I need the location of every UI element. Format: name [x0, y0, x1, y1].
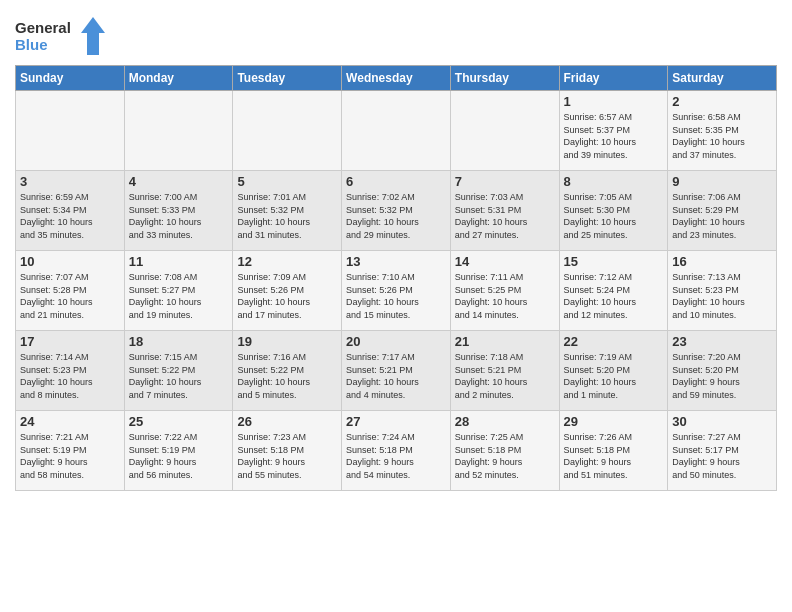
day-info: Sunrise: 7:27 AM Sunset: 5:17 PM Dayligh… [672, 431, 772, 481]
day-info: Sunrise: 7:13 AM Sunset: 5:23 PM Dayligh… [672, 271, 772, 321]
day-number: 19 [237, 334, 337, 349]
weekday-header: Wednesday [342, 66, 451, 91]
day-info: Sunrise: 7:25 AM Sunset: 5:18 PM Dayligh… [455, 431, 555, 481]
calendar-day-cell [233, 91, 342, 171]
calendar-day-cell: 11Sunrise: 7:08 AM Sunset: 5:27 PM Dayli… [124, 251, 233, 331]
day-info: Sunrise: 7:02 AM Sunset: 5:32 PM Dayligh… [346, 191, 446, 241]
calendar-day-cell: 3Sunrise: 6:59 AM Sunset: 5:34 PM Daylig… [16, 171, 125, 251]
day-number: 11 [129, 254, 229, 269]
calendar-day-cell: 16Sunrise: 7:13 AM Sunset: 5:23 PM Dayli… [668, 251, 777, 331]
day-info: Sunrise: 6:57 AM Sunset: 5:37 PM Dayligh… [564, 111, 664, 161]
calendar-day-cell: 18Sunrise: 7:15 AM Sunset: 5:22 PM Dayli… [124, 331, 233, 411]
calendar-day-cell: 20Sunrise: 7:17 AM Sunset: 5:21 PM Dayli… [342, 331, 451, 411]
calendar-day-cell: 24Sunrise: 7:21 AM Sunset: 5:19 PM Dayli… [16, 411, 125, 491]
day-info: Sunrise: 7:26 AM Sunset: 5:18 PM Dayligh… [564, 431, 664, 481]
day-number: 26 [237, 414, 337, 429]
day-number: 4 [129, 174, 229, 189]
calendar-day-cell: 17Sunrise: 7:14 AM Sunset: 5:23 PM Dayli… [16, 331, 125, 411]
day-info: Sunrise: 7:18 AM Sunset: 5:21 PM Dayligh… [455, 351, 555, 401]
day-info: Sunrise: 7:21 AM Sunset: 5:19 PM Dayligh… [20, 431, 120, 481]
day-info: Sunrise: 7:06 AM Sunset: 5:29 PM Dayligh… [672, 191, 772, 241]
day-info: Sunrise: 7:10 AM Sunset: 5:26 PM Dayligh… [346, 271, 446, 321]
calendar-day-cell: 9Sunrise: 7:06 AM Sunset: 5:29 PM Daylig… [668, 171, 777, 251]
calendar-day-cell: 5Sunrise: 7:01 AM Sunset: 5:32 PM Daylig… [233, 171, 342, 251]
calendar-table: SundayMondayTuesdayWednesdayThursdayFrid… [15, 65, 777, 491]
calendar-day-cell [342, 91, 451, 171]
calendar-day-cell: 2Sunrise: 6:58 AM Sunset: 5:35 PM Daylig… [668, 91, 777, 171]
day-number: 16 [672, 254, 772, 269]
day-number: 15 [564, 254, 664, 269]
day-number: 20 [346, 334, 446, 349]
calendar-week-row: 1Sunrise: 6:57 AM Sunset: 5:37 PM Daylig… [16, 91, 777, 171]
svg-text:General: General [15, 19, 71, 36]
day-number: 18 [129, 334, 229, 349]
day-info: Sunrise: 7:23 AM Sunset: 5:18 PM Dayligh… [237, 431, 337, 481]
weekday-header: Thursday [450, 66, 559, 91]
day-number: 1 [564, 94, 664, 109]
calendar-day-cell: 19Sunrise: 7:16 AM Sunset: 5:22 PM Dayli… [233, 331, 342, 411]
calendar-day-cell: 8Sunrise: 7:05 AM Sunset: 5:30 PM Daylig… [559, 171, 668, 251]
day-info: Sunrise: 7:19 AM Sunset: 5:20 PM Dayligh… [564, 351, 664, 401]
calendar-day-cell [124, 91, 233, 171]
day-number: 10 [20, 254, 120, 269]
day-info: Sunrise: 7:20 AM Sunset: 5:20 PM Dayligh… [672, 351, 772, 401]
day-number: 5 [237, 174, 337, 189]
day-info: Sunrise: 7:03 AM Sunset: 5:31 PM Dayligh… [455, 191, 555, 241]
day-info: Sunrise: 7:14 AM Sunset: 5:23 PM Dayligh… [20, 351, 120, 401]
day-info: Sunrise: 7:15 AM Sunset: 5:22 PM Dayligh… [129, 351, 229, 401]
calendar-day-cell: 30Sunrise: 7:27 AM Sunset: 5:17 PM Dayli… [668, 411, 777, 491]
calendar-day-cell: 23Sunrise: 7:20 AM Sunset: 5:20 PM Dayli… [668, 331, 777, 411]
day-number: 25 [129, 414, 229, 429]
day-info: Sunrise: 6:58 AM Sunset: 5:35 PM Dayligh… [672, 111, 772, 161]
calendar-day-cell: 26Sunrise: 7:23 AM Sunset: 5:18 PM Dayli… [233, 411, 342, 491]
day-number: 22 [564, 334, 664, 349]
day-number: 9 [672, 174, 772, 189]
svg-marker-2 [81, 17, 105, 55]
calendar-day-cell: 12Sunrise: 7:09 AM Sunset: 5:26 PM Dayli… [233, 251, 342, 331]
calendar-day-cell: 22Sunrise: 7:19 AM Sunset: 5:20 PM Dayli… [559, 331, 668, 411]
day-info: Sunrise: 7:00 AM Sunset: 5:33 PM Dayligh… [129, 191, 229, 241]
day-number: 28 [455, 414, 555, 429]
day-info: Sunrise: 7:11 AM Sunset: 5:25 PM Dayligh… [455, 271, 555, 321]
day-number: 6 [346, 174, 446, 189]
calendar-day-cell: 27Sunrise: 7:24 AM Sunset: 5:18 PM Dayli… [342, 411, 451, 491]
day-info: Sunrise: 7:12 AM Sunset: 5:24 PM Dayligh… [564, 271, 664, 321]
day-info: Sunrise: 7:17 AM Sunset: 5:21 PM Dayligh… [346, 351, 446, 401]
calendar-day-cell: 15Sunrise: 7:12 AM Sunset: 5:24 PM Dayli… [559, 251, 668, 331]
calendar-day-cell: 1Sunrise: 6:57 AM Sunset: 5:37 PM Daylig… [559, 91, 668, 171]
day-number: 2 [672, 94, 772, 109]
day-number: 13 [346, 254, 446, 269]
logo-svg: General Blue [15, 15, 105, 57]
day-info: Sunrise: 7:24 AM Sunset: 5:18 PM Dayligh… [346, 431, 446, 481]
calendar-week-row: 3Sunrise: 6:59 AM Sunset: 5:34 PM Daylig… [16, 171, 777, 251]
day-info: Sunrise: 7:09 AM Sunset: 5:26 PM Dayligh… [237, 271, 337, 321]
calendar-day-cell: 25Sunrise: 7:22 AM Sunset: 5:19 PM Dayli… [124, 411, 233, 491]
day-number: 29 [564, 414, 664, 429]
weekday-header: Monday [124, 66, 233, 91]
calendar-day-cell: 4Sunrise: 7:00 AM Sunset: 5:33 PM Daylig… [124, 171, 233, 251]
logo: General Blue [15, 15, 105, 57]
svg-text:Blue: Blue [15, 36, 48, 53]
day-info: Sunrise: 7:05 AM Sunset: 5:30 PM Dayligh… [564, 191, 664, 241]
calendar-day-cell: 13Sunrise: 7:10 AM Sunset: 5:26 PM Dayli… [342, 251, 451, 331]
calendar-week-row: 10Sunrise: 7:07 AM Sunset: 5:28 PM Dayli… [16, 251, 777, 331]
calendar-day-cell: 6Sunrise: 7:02 AM Sunset: 5:32 PM Daylig… [342, 171, 451, 251]
day-number: 12 [237, 254, 337, 269]
day-number: 30 [672, 414, 772, 429]
calendar-week-row: 24Sunrise: 7:21 AM Sunset: 5:19 PM Dayli… [16, 411, 777, 491]
day-info: Sunrise: 6:59 AM Sunset: 5:34 PM Dayligh… [20, 191, 120, 241]
page-container: General Blue SundayMondayTuesdayWednesda… [0, 0, 792, 496]
calendar-day-cell: 14Sunrise: 7:11 AM Sunset: 5:25 PM Dayli… [450, 251, 559, 331]
day-number: 7 [455, 174, 555, 189]
day-number: 24 [20, 414, 120, 429]
day-number: 3 [20, 174, 120, 189]
calendar-day-cell: 21Sunrise: 7:18 AM Sunset: 5:21 PM Dayli… [450, 331, 559, 411]
calendar-week-row: 17Sunrise: 7:14 AM Sunset: 5:23 PM Dayli… [16, 331, 777, 411]
weekday-header: Tuesday [233, 66, 342, 91]
weekday-header: Sunday [16, 66, 125, 91]
weekday-header: Friday [559, 66, 668, 91]
day-number: 14 [455, 254, 555, 269]
day-info: Sunrise: 7:07 AM Sunset: 5:28 PM Dayligh… [20, 271, 120, 321]
day-number: 21 [455, 334, 555, 349]
day-number: 27 [346, 414, 446, 429]
